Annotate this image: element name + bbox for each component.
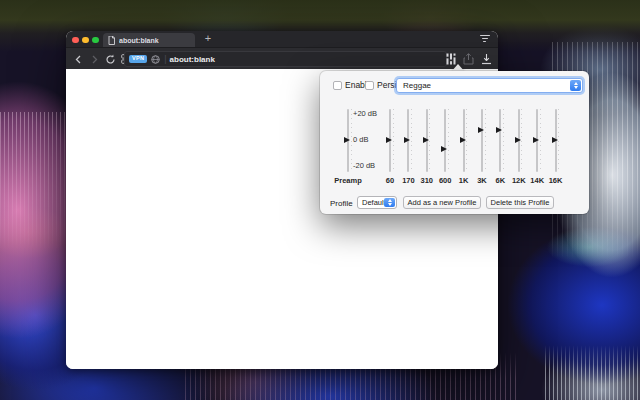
back-button[interactable] [70,51,86,67]
zoom-button[interactable] [92,37,99,44]
url-separator: | [164,54,166,64]
minimize-button[interactable] [82,37,89,44]
band-1K-thumb[interactable] [460,137,466,143]
band-14K-ticks [540,109,541,172]
scale-mid-label: 0 dB [353,135,368,144]
preamp-label: Preamp [326,176,370,185]
vpn-badge[interactable]: VPN [129,55,147,64]
band-310-thumb[interactable] [423,137,429,143]
band-60-ticks [393,109,394,172]
eq-sliders: +20 dB 0 dB -20 dB Preamp601703106001K3K… [320,71,589,214]
browser-menu-icon[interactable] [479,35,490,44]
preamp-thumb[interactable] [344,137,350,143]
scale-bottom-label: -20 dB [353,161,375,170]
close-button[interactable] [72,37,79,44]
band-16K-thumb[interactable] [552,137,558,143]
band-310-ticks [429,109,430,172]
page-icon [108,36,115,45]
profile-select[interactable]: Default [357,196,397,209]
band-3K-thumb[interactable] [478,127,484,133]
band-1K-ticks [466,109,467,172]
band-12K-ticks [521,109,522,172]
url-text: about:blank [170,55,215,64]
add-profile-button[interactable]: Add as a new Profile [403,196,481,209]
tab-title: about:blank [119,37,159,44]
new-tab-button[interactable]: + [200,31,216,47]
delete-profile-button[interactable]: Delete this Profile [486,196,554,209]
band-600-thumb[interactable] [441,146,447,152]
band-600-slider[interactable] [444,109,446,172]
band-6K-ticks [503,109,504,172]
tab-about-blank[interactable]: about:blank [103,33,195,47]
profile-selected-value: Default [362,198,386,207]
band-3K-slider[interactable] [481,109,483,172]
tab-bar: about:blank + [66,31,498,47]
band-16K-ticks [558,109,559,172]
select-stepper-icon [384,198,395,207]
band-60-thumb[interactable] [386,137,392,143]
band-170-ticks [411,109,412,172]
preamp-ticks [351,109,352,172]
band-16K-label: 16K [543,176,569,185]
band-3K-ticks [485,109,486,172]
band-6K-thumb[interactable] [496,127,502,133]
popup-body: Enable Persist Reggae +20 dB 0 dB -20 dB… [320,71,589,214]
band-12K-thumb[interactable] [515,137,521,143]
profile-label: Profile [330,199,353,208]
window-controls [72,37,99,44]
band-600-ticks [448,109,449,172]
scale-top-label: +20 dB [353,109,377,118]
reload-button[interactable] [102,51,118,67]
site-globe-icon[interactable] [151,55,160,64]
band-14K-thumb[interactable] [533,137,539,143]
band-6K-slider[interactable] [499,109,501,172]
equalizer-popup: Enable Persist Reggae +20 dB 0 dB -20 dB… [320,64,589,214]
band-170-thumb[interactable] [404,137,410,143]
forward-button[interactable] [86,51,102,67]
